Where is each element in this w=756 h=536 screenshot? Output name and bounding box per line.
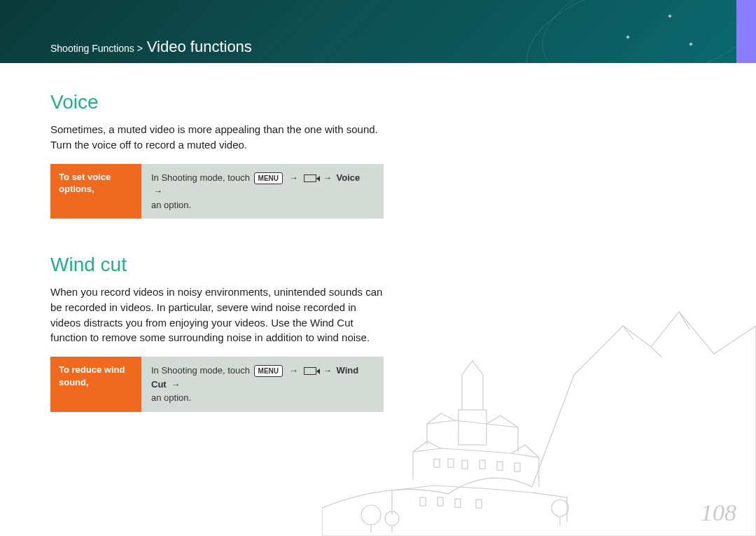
svg-rect-4: [479, 460, 485, 469]
instruction-row-windcut: To reduce wind sound, In Shooting mode, …: [50, 357, 384, 412]
svg-rect-9: [455, 499, 461, 507]
side-tab: [736, 0, 756, 63]
svg-rect-1: [434, 459, 440, 467]
sparkle-icon: [668, 14, 672, 18]
video-mode-icon: [304, 174, 316, 182]
breadcrumb-parent: Shooting Functions >: [50, 43, 143, 54]
instruction-suffix: an option.: [151, 200, 191, 210]
sparkle-icon: [689, 42, 693, 46]
instruction-voice: In Shooting mode, touch MENU → → Voice →…: [141, 164, 384, 219]
callout-label-voice: To set voice options,: [50, 164, 141, 219]
arrow-icon: →: [323, 365, 332, 376]
svg-rect-0: [458, 410, 486, 445]
arrow-icon: →: [323, 172, 332, 183]
svg-point-12: [385, 511, 399, 525]
menu-button-icon: MENU: [254, 365, 283, 377]
arrow-icon: →: [171, 379, 180, 390]
path-voice: Voice: [337, 172, 360, 183]
breadcrumb: Shooting Functions > Video functions: [50, 38, 252, 56]
page-content: Voice Sometimes, a muted video is more a…: [0, 63, 434, 412]
instruction-prefix: In Shooting mode, touch: [151, 365, 250, 376]
instruction-windcut: In Shooting mode, touch MENU → → Wind Cu…: [141, 357, 384, 412]
decorative-curve: [528, 0, 756, 63]
svg-rect-8: [438, 497, 443, 506]
body-text-windcut: When you record videos in noisy environm…: [50, 284, 384, 345]
svg-rect-3: [462, 460, 468, 469]
svg-point-13: [552, 500, 568, 516]
menu-button-icon: MENU: [254, 172, 283, 184]
arrow-icon: →: [153, 186, 162, 196]
instruction-prefix: In Shooting mode, touch: [151, 172, 250, 183]
section-title-voice: Voice: [50, 91, 384, 114]
svg-point-11: [361, 505, 381, 525]
instruction-suffix: an option.: [151, 392, 191, 403]
instruction-row-voice: To set voice options, In Shooting mode, …: [50, 164, 384, 219]
section-title-windcut: Wind cut: [50, 254, 384, 276]
svg-rect-10: [476, 500, 482, 508]
callout-label-windcut: To reduce wind sound,: [50, 357, 141, 412]
svg-rect-6: [514, 463, 520, 472]
page-number: 108: [701, 500, 736, 526]
svg-rect-2: [448, 459, 454, 467]
body-text-voice: Sometimes, a muted video is more appeali…: [50, 122, 384, 153]
breadcrumb-section: Video functions: [147, 38, 252, 55]
arrow-icon: →: [289, 172, 298, 183]
svg-rect-7: [420, 497, 426, 506]
svg-rect-5: [497, 462, 503, 470]
video-mode-icon: [304, 367, 316, 375]
header-band: Shooting Functions > Video functions: [0, 0, 756, 63]
arrow-icon: →: [289, 365, 298, 376]
sparkle-icon: [626, 35, 630, 39]
